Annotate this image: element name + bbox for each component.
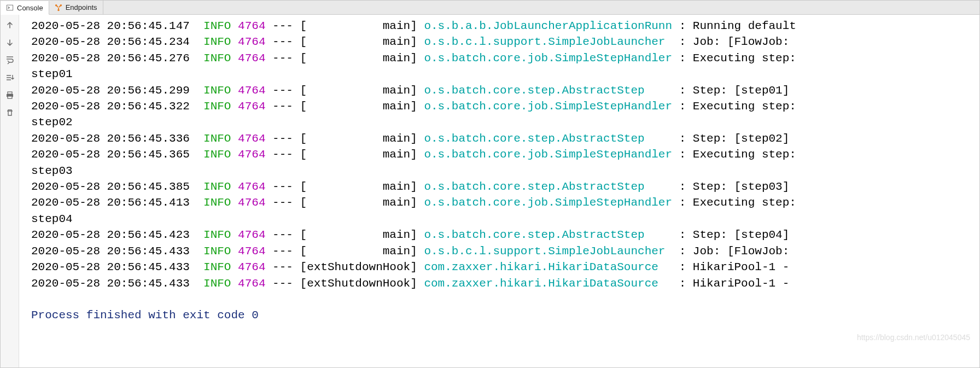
ide-run-tool-window: Console Endpoints — [0, 0, 980, 368]
scroll-down-icon[interactable] — [5, 38, 15, 48]
scroll-to-end-icon[interactable] — [5, 73, 15, 83]
svg-rect-7 — [8, 96, 12, 98]
svg-rect-5 — [8, 92, 12, 94]
tab-console-label: Console — [17, 4, 43, 12]
endpoints-icon — [55, 4, 62, 11]
console-text: 2020-05-28 20:56:45.147 INFO 4764 --- [ … — [31, 18, 979, 324]
console-icon — [6, 4, 14, 11]
clear-all-icon[interactable] — [5, 108, 15, 118]
console-viewport[interactable]: 2020-05-28 20:56:45.147 INFO 4764 --- [ … — [19, 15, 979, 367]
svg-point-4 — [57, 9, 60, 11]
svg-point-2 — [55, 4, 57, 6]
scroll-up-icon[interactable] — [5, 20, 15, 30]
tool-window-tabbar: Console Endpoints — [1, 1, 979, 15]
tab-console[interactable]: Console — [1, 1, 49, 15]
tool-window-body: 2020-05-28 20:56:45.147 INFO 4764 --- [ … — [1, 15, 979, 367]
soft-wrap-icon[interactable] — [5, 55, 15, 65]
print-icon[interactable] — [5, 90, 15, 100]
svg-point-3 — [60, 4, 62, 6]
tab-endpoints[interactable]: Endpoints — [49, 1, 103, 14]
tab-endpoints-label: Endpoints — [66, 3, 97, 11]
console-action-gutter — [1, 15, 19, 367]
